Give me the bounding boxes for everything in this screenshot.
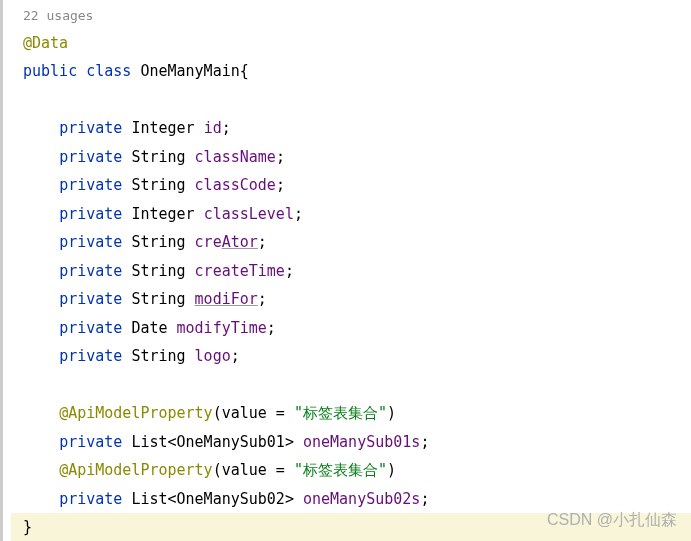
field: modifyTime	[177, 319, 267, 337]
semicolon: ;	[420, 490, 429, 508]
code-line: private String modiFor;	[11, 285, 691, 314]
code-line: private String createTime;	[11, 257, 691, 286]
annotation: @ApiModelProperty	[59, 461, 213, 479]
semicolon: ;	[258, 233, 267, 251]
type: String	[131, 262, 185, 280]
keyword: private	[59, 490, 122, 508]
param: value =	[222, 461, 294, 479]
keyword: private	[59, 290, 122, 308]
brace: {	[240, 62, 249, 80]
field: oneManySub01s	[303, 433, 420, 451]
code-line: private String logo;	[11, 342, 691, 371]
semicolon: ;	[285, 262, 294, 280]
type: List	[131, 490, 167, 508]
keyword: private	[59, 233, 122, 251]
type: String	[131, 148, 185, 166]
field: className	[195, 148, 276, 166]
code-editor[interactable]: 22 usages @Data public class OneManyMain…	[0, 0, 691, 541]
field: logo	[195, 347, 231, 365]
semicolon: ;	[276, 148, 285, 166]
field: createTime	[195, 262, 285, 280]
string-literal: "标签表集合"	[294, 461, 387, 479]
semicolon: ;	[294, 205, 303, 223]
class-name: OneManyMain	[140, 62, 239, 80]
semicolon: ;	[276, 176, 285, 194]
code-line: @Data	[11, 29, 691, 58]
code-line: private Integer id;	[11, 114, 691, 143]
angle: <	[168, 490, 177, 508]
type: String	[131, 290, 185, 308]
keyword: class	[86, 62, 131, 80]
code-line: private Date modifyTime;	[11, 314, 691, 343]
generic-type: OneManySub01	[177, 433, 285, 451]
paren: )	[387, 461, 396, 479]
angle: >	[285, 433, 294, 451]
type: Integer	[131, 205, 194, 223]
paren: (	[213, 461, 222, 479]
usages-hint[interactable]: 22 usages	[11, 4, 691, 29]
angle: >	[285, 490, 294, 508]
keyword: private	[59, 319, 122, 337]
semicolon: ;	[258, 290, 267, 308]
keyword: private	[59, 433, 122, 451]
code-line: private String creAtor;	[11, 228, 691, 257]
code-line: private List<OneManySub02> oneManySub02s…	[11, 485, 691, 514]
code-line: @ApiModelProperty(value = "标签表集合")	[11, 399, 691, 428]
field: modiFor	[195, 290, 258, 308]
angle: <	[168, 433, 177, 451]
field: classCode	[195, 176, 276, 194]
keyword: private	[59, 148, 122, 166]
semicolon: ;	[420, 433, 429, 451]
type: String	[131, 347, 185, 365]
string-literal: "标签表集合"	[294, 404, 387, 422]
keyword: private	[59, 119, 122, 137]
code-line: public class OneManyMain{	[11, 57, 691, 86]
code-line: private String classCode;	[11, 171, 691, 200]
field-part: cre	[195, 233, 222, 251]
blank-line	[11, 371, 691, 400]
paren: (	[213, 404, 222, 422]
brace: }	[23, 518, 32, 536]
keyword: private	[59, 176, 122, 194]
field: classLevel	[204, 205, 294, 223]
keyword: private	[59, 347, 122, 365]
field: id	[204, 119, 222, 137]
blank-line	[11, 86, 691, 115]
type: String	[131, 176, 185, 194]
code-line: private Integer classLevel;	[11, 200, 691, 229]
keyword: private	[59, 262, 122, 280]
keyword: public	[23, 62, 77, 80]
field: oneManySub02s	[303, 490, 420, 508]
highlighted-line: }	[11, 513, 691, 541]
annotation: @Data	[23, 34, 68, 52]
code-line: private String className;	[11, 143, 691, 172]
paren: )	[387, 404, 396, 422]
code-line: private List<OneManySub01> oneManySub01s…	[11, 428, 691, 457]
type: List	[131, 433, 167, 451]
field: creAtor	[195, 233, 258, 251]
code-line: @ApiModelProperty(value = "标签表集合")	[11, 456, 691, 485]
type: Date	[131, 319, 167, 337]
semicolon: ;	[222, 119, 231, 137]
type: Integer	[131, 119, 194, 137]
type: String	[131, 233, 185, 251]
param: value =	[222, 404, 294, 422]
generic-type: OneManySub02	[177, 490, 285, 508]
semicolon: ;	[231, 347, 240, 365]
keyword: private	[59, 205, 122, 223]
field-part-typo: Ator	[222, 233, 258, 251]
annotation: @ApiModelProperty	[59, 404, 213, 422]
semicolon: ;	[267, 319, 276, 337]
